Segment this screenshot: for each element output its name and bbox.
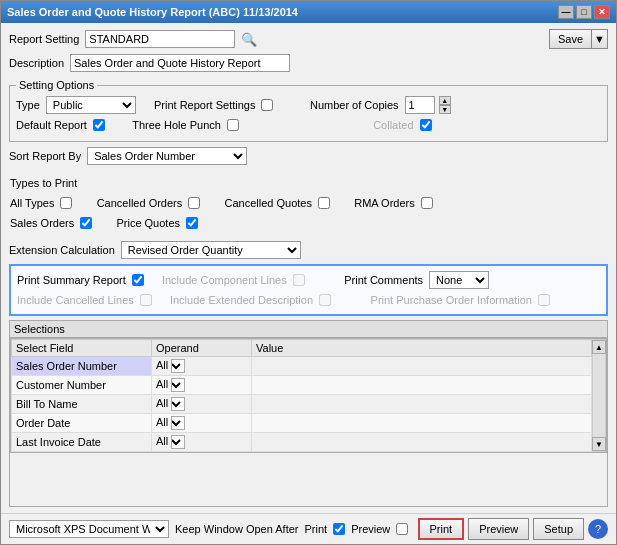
setting-options-group: Setting Options Type Public Print Report… — [9, 79, 608, 142]
cancelled-quotes-label: Cancelled Quotes — [225, 197, 312, 209]
default-report-checkbox[interactable] — [93, 119, 105, 131]
selections-table: Select Field Operand Value Sales Order N… — [11, 339, 592, 452]
cancelled-orders-checkbox[interactable] — [188, 197, 200, 209]
field-cell[interactable]: Last Invoice Date — [12, 433, 152, 452]
print-summary-checkbox[interactable] — [132, 274, 144, 286]
price-quotes-checkbox[interactable] — [186, 217, 198, 229]
value-cell — [252, 433, 592, 452]
value-cell — [252, 357, 592, 376]
extension-calc-row: Extension Calculation Revised Order Quan… — [9, 240, 608, 260]
operand-dropdown-4[interactable]: ▼ — [171, 416, 185, 430]
copies-up-arrow[interactable]: ▲ — [439, 96, 451, 105]
copies-down-arrow[interactable]: ▼ — [439, 105, 451, 114]
printer-select[interactable]: Microsoft XPS Document Writer — [9, 520, 169, 538]
table-row[interactable]: Order Date All ▼ — [12, 414, 592, 433]
description-row: Description — [9, 53, 608, 73]
all-types-checkbox[interactable] — [60, 197, 72, 209]
operand-cell: All ▼ — [152, 376, 252, 395]
search-icon[interactable]: 🔍 — [241, 32, 257, 47]
field-cell[interactable]: Bill To Name — [12, 395, 152, 414]
value-cell — [252, 395, 592, 414]
print-after-checkbox[interactable] — [333, 523, 345, 535]
selections-table-wrapper: Select Field Operand Value Sales Order N… — [11, 339, 592, 452]
rma-orders-label: RMA Orders — [354, 197, 415, 209]
collated-checkbox[interactable] — [420, 119, 432, 131]
value-cell — [252, 376, 592, 395]
report-setting-row: Report Setting 🔍 Save ▼ — [9, 29, 608, 49]
scroll-down-arrow[interactable]: ▼ — [592, 437, 606, 451]
include-cancelled-label: Include Cancelled Lines — [17, 294, 134, 306]
sales-orders-label: Sales Orders — [10, 217, 74, 229]
table-row[interactable]: Last Invoice Date All ▼ — [12, 433, 592, 452]
operand-dropdown-1[interactable]: ▼ — [171, 359, 185, 373]
sort-report-select[interactable]: Sales Order Number — [87, 147, 247, 165]
setup-button[interactable]: Setup — [533, 518, 584, 540]
print-report-settings-checkbox[interactable] — [261, 99, 273, 111]
print-button[interactable]: Print — [418, 518, 465, 540]
operand-dropdown-3[interactable]: ▼ — [171, 397, 185, 411]
types-row2: Sales Orders Price Quotes — [10, 213, 607, 233]
print-comments-select[interactable]: None — [429, 271, 489, 289]
type-select[interactable]: Public — [46, 96, 136, 114]
save-dropdown-button[interactable]: ▼ — [592, 29, 608, 49]
window-controls: — □ ✕ — [558, 5, 610, 19]
report-setting-input[interactable] — [85, 30, 235, 48]
selections-table-container: Select Field Operand Value Sales Order N… — [10, 338, 607, 453]
type-label: Type — [16, 99, 40, 111]
include-extended-checkbox[interactable] — [319, 294, 331, 306]
default-report-label: Default Report — [16, 119, 87, 131]
field-cell[interactable]: Order Date — [12, 414, 152, 433]
setting-options-legend: Setting Options — [16, 79, 97, 91]
operand-dropdown-5[interactable]: ▼ — [171, 435, 185, 449]
operand-cell: All ▼ — [152, 395, 252, 414]
print-comments-label: Print Comments — [344, 274, 423, 286]
keep-window-label: Keep Window Open After — [175, 523, 299, 535]
setting-options-row1: Type Public Print Report Settings Number… — [16, 95, 601, 115]
print-po-label: Print Purchase Order Information — [371, 294, 532, 306]
number-copies-input[interactable] — [405, 96, 435, 114]
help-button[interactable]: ? — [588, 519, 608, 539]
include-component-checkbox[interactable] — [293, 274, 305, 286]
col-select-field: Select Field — [12, 340, 152, 357]
scroll-up-arrow[interactable]: ▲ — [592, 340, 606, 354]
maximize-button[interactable]: □ — [576, 5, 592, 19]
operand-dropdown-2[interactable]: ▼ — [171, 378, 185, 392]
include-cancelled-checkbox[interactable] — [140, 294, 152, 306]
include-extended-label: Include Extended Description — [170, 294, 313, 306]
col-operand: Operand — [152, 340, 252, 357]
table-row[interactable]: Customer Number All ▼ — [12, 376, 592, 395]
bottom-bar: Microsoft XPS Document Writer Keep Windo… — [1, 513, 616, 544]
field-cell[interactable]: Customer Number — [12, 376, 152, 395]
bottom-buttons: Print Preview Setup ? — [418, 518, 609, 540]
print-summary-label: Print Summary Report — [17, 274, 126, 286]
number-copies-label: Number of Copies — [310, 99, 399, 111]
print-options-row1: Print Summary Report Include Component L… — [17, 270, 600, 290]
selections-section: Selections Select Field Operand Value — [9, 320, 608, 507]
scrollbar[interactable]: ▲ ▼ — [592, 339, 606, 452]
minimize-button[interactable]: — — [558, 5, 574, 19]
table-row[interactable]: Sales Order Number All ▼ — [12, 357, 592, 376]
sales-orders-checkbox[interactable] — [80, 217, 92, 229]
cancelled-quotes-checkbox[interactable] — [318, 197, 330, 209]
cancelled-orders-label: Cancelled Orders — [97, 197, 183, 209]
preview-after-checkbox[interactable] — [396, 523, 408, 535]
description-label: Description — [9, 57, 64, 69]
main-window: Sales Order and Quote History Report (AB… — [0, 0, 617, 545]
description-input[interactable] — [70, 54, 290, 72]
table-row[interactable]: Bill To Name All ▼ — [12, 395, 592, 414]
main-content: Report Setting 🔍 Save ▼ Description Sett… — [1, 23, 616, 513]
preview-button[interactable]: Preview — [468, 518, 529, 540]
operand-cell: All ▼ — [152, 414, 252, 433]
field-cell[interactable]: Sales Order Number — [12, 357, 152, 376]
rma-orders-checkbox[interactable] — [421, 197, 433, 209]
extension-calc-label: Extension Calculation — [9, 244, 115, 256]
three-hole-punch-checkbox[interactable] — [227, 119, 239, 131]
close-button[interactable]: ✕ — [594, 5, 610, 19]
print-options-row2: Include Cancelled Lines Include Extended… — [17, 290, 600, 310]
print-po-checkbox[interactable] — [538, 294, 550, 306]
report-setting-label: Report Setting — [9, 33, 79, 45]
print-chk-label: Print — [305, 523, 328, 535]
all-types-label: All Types — [10, 197, 54, 209]
extension-calc-select[interactable]: Revised Order Quantity — [121, 241, 301, 259]
save-button[interactable]: Save — [549, 29, 592, 49]
